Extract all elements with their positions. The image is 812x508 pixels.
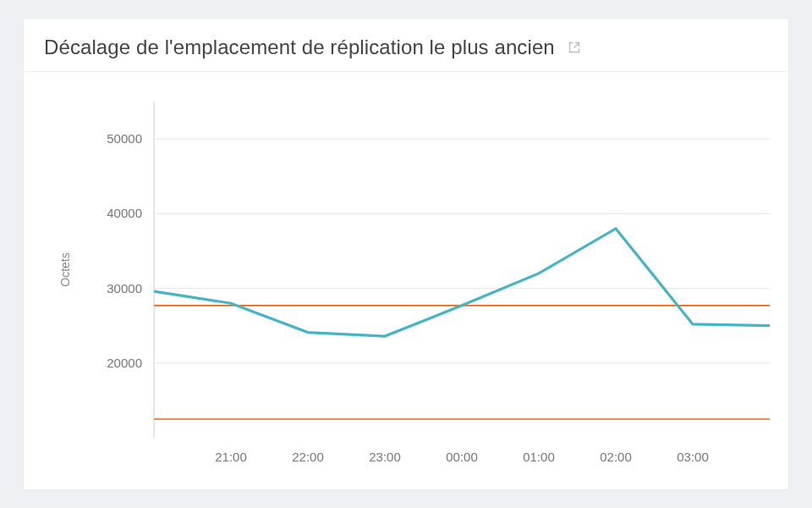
x-tick-label: 23:00 xyxy=(369,450,401,464)
card-title: Décalage de l'emplacement de réplication… xyxy=(44,36,555,59)
y-tick-label: 20000 xyxy=(107,356,142,370)
series-line-oldest-replication-slot-lag xyxy=(154,229,770,336)
y-tick-label: 50000 xyxy=(107,131,142,146)
y-axis-title: Octets xyxy=(58,252,72,286)
y-tick-label: 30000 xyxy=(107,281,142,295)
x-tick-label: 03:00 xyxy=(677,450,709,464)
x-tick-label: 21:00 xyxy=(215,450,247,464)
x-tick-label: 01:00 xyxy=(523,450,555,464)
popout-icon[interactable] xyxy=(567,40,582,55)
card-header: Décalage de l'emplacement de réplication… xyxy=(24,19,788,72)
chart-area: 20000300004000050000Octets21:0022:0023:0… xyxy=(44,86,778,476)
x-tick-label: 02:00 xyxy=(600,450,632,464)
x-tick-label: 22:00 xyxy=(292,450,324,464)
y-tick-label: 40000 xyxy=(107,206,142,220)
line-chart: 20000300004000050000Octets21:0022:0023:0… xyxy=(44,86,778,476)
x-tick-label: 00:00 xyxy=(446,450,478,464)
chart-card: Décalage de l'emplacement de réplication… xyxy=(24,19,788,489)
